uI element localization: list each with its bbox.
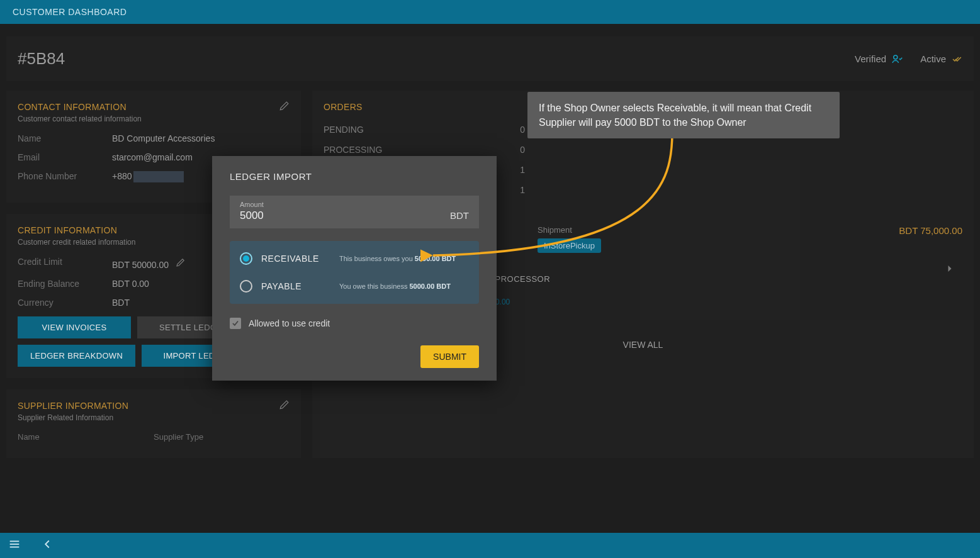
contact-phone: +880 bbox=[112, 171, 184, 182]
redacted-box bbox=[133, 171, 184, 182]
amount-field[interactable]: Amount BDT bbox=[230, 196, 479, 228]
active-badge: Active bbox=[920, 53, 962, 65]
title-row: #5B84 Verified Active bbox=[6, 36, 974, 81]
ledger-type-group: RECEIVABLE This business owes you 5000.0… bbox=[230, 241, 479, 304]
amount-currency: BDT bbox=[450, 210, 469, 222]
customer-id: #5B84 bbox=[18, 49, 65, 69]
top-bar: CUSTOMER DASHBOARD bbox=[0, 0, 980, 24]
radio-selected-icon bbox=[240, 252, 252, 265]
currency: BDT bbox=[112, 298, 130, 308]
contact-sub: Customer contact related information bbox=[18, 114, 290, 123]
credit-limit: BDT 50000.00 bbox=[112, 257, 186, 270]
shipment-label: Shipment bbox=[538, 225, 601, 235]
status-badges: Verified Active bbox=[855, 53, 962, 65]
shipment-badge: InStorePickup bbox=[538, 238, 601, 253]
user-check-icon bbox=[891, 53, 903, 65]
supplier-card: SUPPLIER INFORMATION Supplier Related In… bbox=[6, 389, 301, 458]
view-invoices-button[interactable]: VIEW INVOICES bbox=[18, 316, 131, 338]
annotation-tooltip: If the Shop Owner selects Receivable, it… bbox=[527, 92, 840, 138]
amount-input[interactable] bbox=[240, 209, 450, 222]
receivable-option[interactable]: RECEIVABLE This business owes you 5000.0… bbox=[230, 245, 479, 272]
contact-title: CONTACT INFORMATION bbox=[18, 102, 290, 112]
svg-point-0 bbox=[894, 55, 898, 59]
contact-email: starcom@gmail.com bbox=[112, 152, 193, 162]
radio-unselected-icon bbox=[240, 280, 252, 293]
bottom-bar bbox=[0, 533, 980, 558]
menu-icon[interactable] bbox=[8, 537, 21, 554]
ledger-breakdown-button[interactable]: LEDGER BREAKDOWN bbox=[18, 345, 135, 367]
amount-label: Amount bbox=[240, 201, 450, 208]
contact-name: BD Computer Accessories bbox=[112, 133, 215, 143]
submit-button[interactable]: SUBMIT bbox=[420, 345, 479, 368]
checkbox-checked-icon[interactable] bbox=[230, 318, 241, 329]
chevron-left-icon[interactable] bbox=[40, 537, 54, 554]
pencil-icon[interactable] bbox=[278, 99, 291, 114]
allowed-credit-row[interactable]: Allowed to use credit bbox=[230, 318, 479, 329]
supplier-title: SUPPLIER INFORMATION bbox=[18, 401, 290, 411]
modal-title: LEDGER IMPORT bbox=[230, 171, 479, 182]
orders-row: PENDING0 bbox=[324, 120, 525, 140]
supplier-sub: Supplier Related Information bbox=[18, 413, 290, 422]
pencil-icon[interactable] bbox=[175, 257, 186, 270]
order-amount: BDT 75,000.00 bbox=[899, 225, 962, 236]
verified-badge: Verified bbox=[855, 53, 903, 65]
payable-option[interactable]: PAYABLE You owe this business 5000.00 BD… bbox=[230, 272, 479, 300]
ending-balance: BDT 0.00 bbox=[112, 279, 149, 289]
double-check-icon bbox=[951, 53, 962, 65]
pencil-icon[interactable] bbox=[278, 398, 291, 413]
top-bar-title: CUSTOMER DASHBOARD bbox=[13, 7, 127, 17]
ledger-import-modal: LEDGER IMPORT Amount BDT RECEIVABLE This… bbox=[212, 156, 497, 381]
